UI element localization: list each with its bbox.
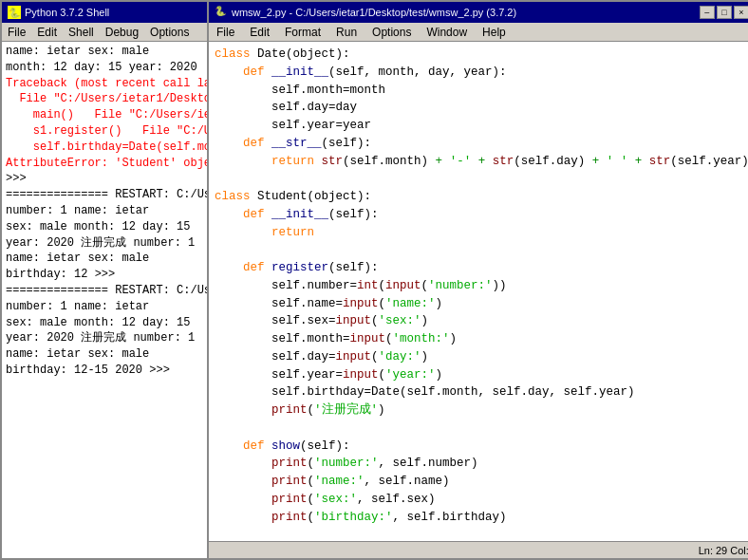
shell-line: day: 15 xyxy=(74,61,122,74)
shell-line: File "C:/Users/ietar1/Deskto xyxy=(129,124,207,138)
shell-line: >>> xyxy=(6,172,33,185)
shell-line: sex: male xyxy=(6,220,67,233)
shell-line: sex: male xyxy=(6,316,67,329)
shell-line: name: ietar xyxy=(6,252,81,265)
editor-menu-help[interactable]: Help xyxy=(475,24,514,41)
shell-line: name: ietar xyxy=(74,204,149,217)
shell-menu-debug[interactable]: Debug xyxy=(100,24,144,41)
shell-line: AttributeError: 'Student' obje xyxy=(6,157,207,170)
shell-line: sex: male xyxy=(87,252,149,265)
shell-line: self.birthday=Date(self.mo xyxy=(6,140,207,154)
editor-content[interactable]: class Date(object): def __init__(self, m… xyxy=(209,42,748,541)
editor-title: wmsw_2.py - C:/Users/ietar1/Desktop/test… xyxy=(232,7,516,18)
shell-title: Python 3.7.2 Shell xyxy=(25,7,109,18)
shell-line: number: 1 xyxy=(6,300,67,313)
shell-line: File "C:/Users/ietar1/Deskto xyxy=(81,108,207,121)
editor-statusbar: Ln: 29 Col: xyxy=(209,541,748,558)
shell-line: number: 1 xyxy=(133,236,195,250)
minimize-button[interactable]: – xyxy=(700,6,715,19)
shell-icon: 🐍 xyxy=(8,6,21,19)
shell-line: 注册完成 xyxy=(81,236,126,250)
shell-line: File "C:/Users/ietar1/Deskto xyxy=(6,92,207,105)
shell-line: name: ietar xyxy=(6,347,81,361)
editor-menu-edit[interactable]: Edit xyxy=(242,24,277,41)
shell-line: 注册完成 xyxy=(81,331,126,345)
statusbar-text: Ln: 29 Col: xyxy=(699,545,748,556)
editor-icon: 🐍 xyxy=(215,6,228,19)
shell-line: name: ietar xyxy=(6,45,81,58)
shell-line: sex: male xyxy=(87,45,149,58)
shell-line: year: 2020 xyxy=(6,236,74,250)
shell-line: =============== RESTART: C:/Use xyxy=(6,284,207,297)
shell-menu-edit[interactable]: Edit xyxy=(31,24,63,41)
shell-line: birthday: 12-15 2020 xyxy=(6,364,142,377)
shell-line: day: 15 xyxy=(142,316,190,329)
shell-line: number: 1 xyxy=(6,204,67,217)
shell-line: =============== RESTART: C:/Use xyxy=(6,188,207,201)
shell-line: day: 15 xyxy=(142,220,190,233)
shell-line: Traceback (most recent call la xyxy=(6,77,207,90)
shell-line: >>> xyxy=(95,268,122,281)
shell-menu-shell[interactable]: Shell xyxy=(63,24,100,41)
editor-titlebar: 🐍 wmsw_2.py - C:/Users/ietar1/Desktop/te… xyxy=(209,2,748,23)
close-button[interactable]: × xyxy=(734,6,748,19)
shell-window: 🐍 Python 3.7.2 Shell File Edit Shell Deb… xyxy=(0,0,209,560)
shell-line: sex: male xyxy=(87,347,149,361)
shell-titlebar: 🐍 Python 3.7.2 Shell xyxy=(2,2,207,23)
editor-menu-format[interactable]: Format xyxy=(277,24,328,41)
shell-line: number: 1 xyxy=(133,331,195,345)
editor-menubar: File Edit Format Run Options Window Help xyxy=(209,23,748,42)
shell-line: year: 2020 xyxy=(129,61,197,74)
editor-menu-file[interactable]: File xyxy=(209,24,242,41)
shell-line: >>> xyxy=(149,364,177,377)
shell-line: month: 12 xyxy=(74,220,136,233)
shell-line: birthday: 12 xyxy=(6,268,87,281)
editor-window-buttons: – □ × xyxy=(700,6,748,19)
editor-title-left: 🐍 wmsw_2.py - C:/Users/ietar1/Desktop/te… xyxy=(215,6,516,19)
shell-content: name: ietar sex: male month: 12 day: 15 … xyxy=(2,42,207,558)
editor-menu-window[interactable]: Window xyxy=(419,24,475,41)
shell-line: month: 12 xyxy=(6,61,67,74)
maximize-button[interactable]: □ xyxy=(717,6,732,19)
shell-line: year: 2020 xyxy=(6,331,74,345)
shell-menubar: File Edit Shell Debug Options xyxy=(2,23,207,42)
editor-menu-options[interactable]: Options xyxy=(365,24,419,41)
shell-line: name: ietar xyxy=(74,300,149,313)
shell-menu-file[interactable]: File xyxy=(2,24,31,41)
shell-line: month: 12 xyxy=(74,316,136,329)
editor-menu-run[interactable]: Run xyxy=(328,24,365,41)
shell-menu-options[interactable]: Options xyxy=(144,24,195,41)
shell-line: main() xyxy=(6,108,74,121)
shell-line: s1.register() xyxy=(6,124,122,138)
editor-window: 🐍 wmsw_2.py - C:/Users/ietar1/Desktop/te… xyxy=(209,0,748,560)
